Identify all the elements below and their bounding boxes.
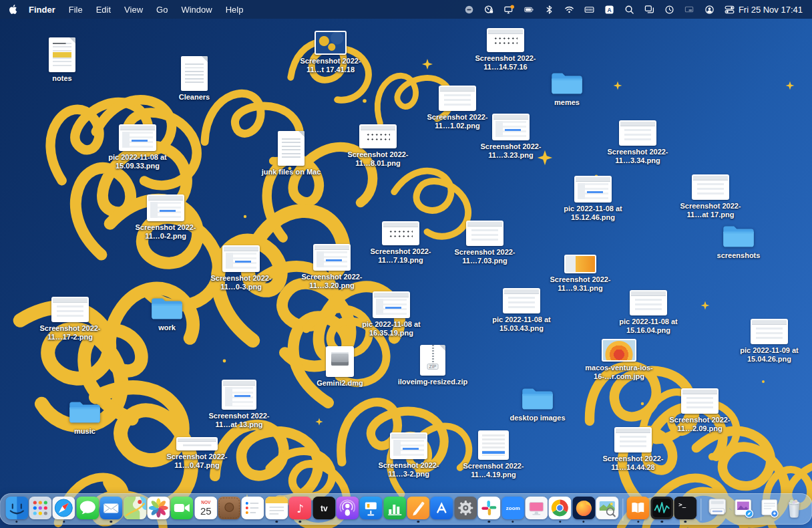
- dock-mail-icon[interactable]: [100, 497, 123, 523]
- spotlight-icon[interactable]: [624, 5, 634, 15]
- dock-settings-icon[interactable]: [454, 497, 477, 523]
- display-notification-icon[interactable]: [504, 5, 514, 15]
- menu-window[interactable]: Window: [181, 5, 212, 15]
- dock-maps-icon[interactable]: [124, 497, 146, 523]
- menu-clock[interactable]: Fri 25 Nov 17:41: [739, 5, 803, 15]
- desktop-icon[interactable]: Screenshot 2022-11…3.20.png: [295, 244, 369, 290]
- desktop-icon[interactable]: pic 2022-11-08 at 15.12.46.png: [556, 176, 630, 222]
- do-not-disturb-icon[interactable]: [464, 5, 474, 15]
- desktop-icon[interactable]: screenshots: [702, 223, 775, 260]
- desktop-icon[interactable]: Screenshot 2022-11…at 13.png: [202, 380, 276, 429]
- desktop-icon[interactable]: Screenshot 2022-11…0-3.png: [204, 245, 278, 291]
- dock-numbers-icon[interactable]: [383, 497, 406, 523]
- keyboard-viewer-icon[interactable]: [584, 5, 594, 15]
- menu-help[interactable]: Help: [226, 5, 244, 15]
- desktop-icon[interactable]: Screenshot 2022-11…3.34.png: [601, 120, 674, 165]
- input-source-a-icon[interactable]: A: [604, 5, 614, 15]
- doc-thumbnail: [181, 56, 208, 91]
- dock-music-icon[interactable]: ♪: [289, 497, 312, 523]
- dock-keynote-icon[interactable]: [360, 497, 383, 523]
- desktop-icon[interactable]: pic 2022-11-09 at 15.04.26.png: [733, 319, 806, 364]
- desktop-icon[interactable]: Screenshot 2022-11…0.47.png: [160, 437, 234, 470]
- win-finder-thumbnail: [492, 114, 530, 140]
- menu-go[interactable]: Go: [156, 5, 168, 15]
- desktop-icon[interactable]: macos-ventura-ios-16-…r.com.jpg: [582, 339, 656, 381]
- dock-display-icon[interactable]: [525, 497, 548, 523]
- desktop-icon-label: Screenshot 2022-11…2.09.png: [663, 416, 737, 433]
- desktop-icon[interactable]: Gemini2.dmg: [303, 346, 377, 388]
- dock-stack-image[interactable]: [731, 497, 755, 523]
- dock-terminal-icon[interactable]: >_: [674, 497, 697, 523]
- desktop-icon[interactable]: Screenshot 2022-11…4.19.png: [457, 430, 530, 479]
- dock-chrome-icon[interactable]: [549, 497, 572, 523]
- dock-books-icon[interactable]: [627, 497, 650, 523]
- wifi-icon[interactable]: [564, 5, 574, 15]
- desktop-icon[interactable]: Cleaners: [158, 56, 231, 102]
- desktop-icon[interactable]: pic 2022-11-08 at 15.09.33.png: [101, 124, 174, 170]
- menu-edit[interactable]: Edit: [96, 5, 111, 15]
- menu-view[interactable]: View: [124, 5, 143, 15]
- cleanmymac-icon[interactable]: [484, 5, 494, 15]
- dock-podcasts-icon[interactable]: [336, 497, 359, 523]
- dock-photos-icon[interactable]: [147, 497, 170, 523]
- desktop-icon[interactable]: desktop images: [501, 385, 574, 422]
- desktop-icon[interactable]: pic 2022-11-08 at 16.35.19.png: [355, 291, 428, 338]
- desktop-icon[interactable]: Screenshot 2022-11…3.23.png: [474, 114, 548, 160]
- dock-zoom-icon[interactable]: zoom: [501, 497, 524, 523]
- dock-contacts-icon[interactable]: [218, 497, 240, 523]
- dock-safari-icon[interactable]: [53, 497, 75, 523]
- desktop-icon[interactable]: pic 2022-11-08 at 15.03.43.png: [485, 288, 558, 333]
- dock-tv-icon[interactable]: tv: [313, 497, 335, 523]
- menu-items: FileEditViewGoWindowHelp: [62, 5, 250, 15]
- dock-activity-icon[interactable]: [650, 497, 673, 523]
- desktop-icon[interactable]: memes: [530, 70, 604, 107]
- desktop-icon[interactable]: Screenshot 2022-11…7.03.png: [448, 221, 522, 265]
- desktop-icon-label: pic 2022-11-08 at 16.35.19.png: [355, 320, 428, 338]
- desktop-icon[interactable]: Screenshot 2022-11…0-2.png: [129, 194, 202, 241]
- desktop-icon[interactable]: Screenshot 2022-11…9.31.png: [544, 255, 617, 293]
- desktop-icon[interactable]: ZIPiloveimg-resized.zip: [396, 345, 469, 386]
- dock-preview-icon[interactable]: [596, 497, 618, 523]
- desktop-icon[interactable]: junk files on Mac: [254, 131, 328, 176]
- desktop-icon[interactable]: pic 2022-11-08 at 15.16.04.png: [612, 290, 685, 335]
- desktop-icon[interactable]: Screenshot 2022-11…at 17.png: [674, 174, 747, 219]
- user-account-icon[interactable]: [704, 5, 715, 15]
- dock-calendar-icon[interactable]: NOV25: [194, 497, 217, 523]
- dock-stack-printer[interactable]: [705, 497, 730, 523]
- dock-notes-icon[interactable]: [265, 497, 288, 523]
- dock-facetime-icon[interactable]: [171, 497, 194, 523]
- desktop-icon[interactable]: notes: [25, 37, 99, 83]
- desktop-icon[interactable]: Screenshot 2022-11…14.44.28: [596, 427, 670, 472]
- dock-reminders-icon[interactable]: [242, 497, 264, 523]
- desktop-icon[interactable]: Screenshot 2022-11…3-2.png: [372, 432, 445, 479]
- dock-launchpad-icon[interactable]: [29, 497, 51, 523]
- dock-slack-icon[interactable]: [478, 497, 501, 523]
- dock-trash-icon[interactable]: [782, 497, 807, 523]
- dock-messages-icon[interactable]: [76, 497, 99, 523]
- dock-finder-icon[interactable]: [5, 497, 28, 523]
- desktop-icon[interactable]: Screenshot 2022-11…7.19.png: [364, 221, 437, 265]
- dock-firefox-icon[interactable]: [572, 497, 595, 523]
- running-indicator: [110, 521, 113, 523]
- menu-app-name[interactable]: Finder: [29, 5, 55, 15]
- folder-thumbnail: [550, 70, 584, 96]
- desktop-icon[interactable]: music: [48, 398, 122, 436]
- desktop-icon[interactable]: Screenshot 2022-11…2.09.png: [663, 388, 737, 433]
- bluetooth-icon[interactable]: [544, 5, 554, 15]
- dock-appstore-icon[interactable]: [431, 497, 453, 523]
- screen-mirroring-icon[interactable]: [684, 5, 694, 15]
- window-switcher-icon[interactable]: [644, 5, 654, 15]
- apple-menu-icon[interactable]: [9, 4, 18, 15]
- desktop-icon[interactable]: Screenshot 2022-11…t 17.41.18: [294, 31, 367, 74]
- img-orange-thumbnail: [564, 255, 596, 273]
- recent-items-icon[interactable]: [664, 5, 674, 15]
- dock-stack-doc[interactable]: [757, 497, 781, 523]
- control-center-icon[interactable]: [725, 5, 735, 15]
- battery-icon[interactable]: [524, 5, 534, 15]
- desktop-icon[interactable]: Screenshot 2022-11…17-2.png: [33, 297, 107, 342]
- desktop-icon[interactable]: Screenshot 2022-11…8.01.png: [341, 124, 415, 168]
- dock-pages-icon[interactable]: [407, 497, 429, 523]
- desktop-icon[interactable]: Screenshot 2022-11…14.57.16: [469, 28, 542, 72]
- desktop-icon[interactable]: work: [130, 295, 204, 332]
- menu-file[interactable]: File: [69, 5, 83, 15]
